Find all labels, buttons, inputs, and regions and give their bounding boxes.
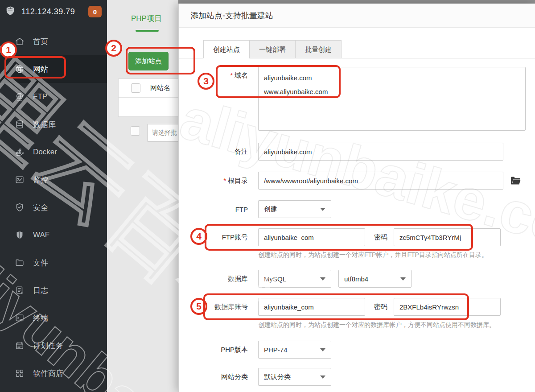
batch-select-checkbox[interactable] — [131, 126, 140, 136]
chevron-down-icon — [320, 277, 325, 281]
add-site-button[interactable]: 添加站点 — [128, 52, 169, 70]
ftp-row: FTP 创建 — [179, 200, 535, 218]
sidebar-item-label: 数据库 — [33, 120, 56, 130]
site-name-column-header: 网站名 — [150, 84, 170, 92]
db-password-label: 密码 — [374, 303, 387, 311]
php-version-row: PHP版本 PHP-74 — [179, 341, 535, 359]
select-all-checkbox[interactable] — [131, 83, 140, 93]
db-account-label: 数据库账号 — [179, 303, 248, 311]
database-row: 数据库 MySQL utf8mb4 — [179, 270, 535, 288]
required-mark: * — [230, 71, 233, 79]
folder-icon — [15, 258, 25, 268]
sidebar-item-files[interactable]: 文件 — [0, 249, 107, 276]
sidebar-item-label: FTP — [33, 92, 47, 101]
sidebar: 112.124.39.79 0 首页 网站 FTP 数据库 Docker 监控 — [0, 0, 107, 392]
sidebar-item-app-store[interactable]: 软件商店 — [0, 359, 107, 387]
note-row: 备注 — [179, 143, 535, 161]
chevron-down-icon — [320, 375, 325, 379]
browse-folder-icon[interactable] — [510, 176, 521, 185]
globe-icon — [15, 64, 25, 74]
tab-php-project[interactable]: PHP项目 — [131, 13, 162, 24]
php-version-select[interactable]: PHP-74 — [258, 341, 331, 359]
batch-action-select-value: 请选择批 — [152, 129, 177, 137]
log-icon — [15, 285, 25, 295]
sidebar-item-security[interactable]: 安全 — [0, 194, 107, 221]
chevron-down-icon — [320, 348, 325, 351]
server-ip: 112.124.39.79 — [21, 7, 75, 17]
ftp-label: FTP — [179, 206, 248, 213]
sidebar-item-label: 终端 — [33, 313, 48, 323]
chevron-down-icon — [400, 277, 406, 281]
panel-shield-icon — [5, 6, 17, 17]
sidebar-item-logs[interactable]: 日志 — [0, 276, 107, 304]
ftp-account-input[interactable] — [258, 228, 365, 246]
note-input[interactable] — [258, 143, 503, 161]
shield-check-icon — [15, 202, 25, 212]
sidebar-item-label: 文件 — [33, 258, 48, 268]
required-mark: * — [223, 177, 226, 184]
sidebar-menu: 首页 网站 FTP 数据库 Docker 监控 安全 WAF — [0, 28, 107, 387]
monitor-icon — [15, 175, 25, 185]
domain-label: *域名 — [179, 67, 248, 80]
dimmed-page-strip — [178, 0, 535, 4]
domain-textarea[interactable]: aliyunbaike.com www.aliyunbaike.com — [258, 67, 526, 131]
terminal-icon — [15, 313, 25, 323]
sidebar-item-terminal[interactable]: 终端 — [0, 304, 107, 332]
ftp-password-label: 密码 — [374, 233, 387, 242]
root-dir-row: *根目录 — [179, 172, 535, 190]
tab-batch-create[interactable]: 批量创建 — [295, 40, 342, 58]
tab-one-click-deploy[interactable]: 一键部署 — [249, 40, 296, 58]
database-icon — [15, 120, 25, 129]
sidebar-item-label: 计划任务 — [33, 341, 63, 351]
db-account-row: 数据库账号 密码 — [179, 298, 535, 316]
ftp-account-label: FTP账号 — [179, 233, 248, 242]
sidebar-item-label: Docker — [33, 148, 57, 157]
notice-count-badge[interactable]: 0 — [88, 6, 102, 17]
modal-title: 添加站点-支持批量建站 — [179, 4, 535, 28]
root-dir-label: *根目录 — [179, 177, 248, 185]
php-version-value: PHP-74 — [264, 346, 288, 354]
calendar-icon — [15, 341, 25, 351]
ftp-select-value: 创建 — [264, 205, 277, 214]
sidebar-item-waf[interactable]: WAF — [0, 221, 107, 249]
docker-icon — [15, 147, 25, 157]
add-site-modal: 添加站点-支持批量建站 创建站点 一键部署 批量创建 *域名 aliyunbai… — [178, 4, 535, 392]
database-label: 数据库 — [179, 275, 248, 283]
note-label: 备注 — [179, 148, 248, 156]
sidebar-item-ftp[interactable]: FTP — [0, 83, 107, 111]
modal-body: 创建站点 一键部署 批量创建 *域名 aliyunbaike.com www.a… — [179, 28, 535, 392]
sidebar-item-label: 网站 — [33, 64, 48, 74]
root-dir-input[interactable] — [258, 172, 503, 190]
site-category-select[interactable]: 默认分类 — [258, 368, 331, 386]
database-charset-select[interactable]: utf8mb4 — [338, 270, 412, 288]
tab-create-site[interactable]: 创建站点 — [203, 40, 250, 58]
php-version-label: PHP版本 — [179, 346, 248, 354]
server-header: 112.124.39.79 0 — [0, 0, 107, 23]
modal-tabstrip: 创建站点 一键部署 批量创建 — [179, 40, 535, 58]
sidebar-item-docker[interactable]: Docker — [0, 138, 107, 166]
sidebar-item-monitor[interactable]: 监控 — [0, 166, 107, 194]
sidebar-item-home[interactable]: 首页 — [0, 28, 107, 55]
ftp-select[interactable]: 创建 — [258, 200, 331, 218]
sidebar-item-label: 日志 — [33, 285, 48, 296]
database-type-value: MySQL — [264, 275, 286, 283]
database-type-select[interactable]: MySQL — [258, 270, 331, 288]
sidebar-item-label: 安全 — [33, 202, 48, 213]
shield-filled-icon — [15, 230, 25, 240]
domain-row: *域名 aliyunbaike.com www.aliyunbaike.com — [179, 67, 535, 131]
app-store-icon — [15, 368, 25, 378]
db-password-input[interactable] — [394, 298, 501, 316]
db-account-input[interactable] — [258, 298, 365, 316]
ftp-icon — [15, 92, 25, 102]
sidebar-item-cron[interactable]: 计划任务 — [0, 332, 107, 359]
sidebar-item-website[interactable]: 网站 — [0, 55, 107, 83]
tab-active-underline — [136, 30, 159, 32]
ftp-password-input[interactable] — [394, 228, 501, 246]
ftp-account-row: FTP账号 密码 — [179, 228, 535, 246]
sidebar-item-label: 软件商店 — [33, 368, 63, 379]
sidebar-item-database[interactable]: 数据库 — [0, 111, 107, 138]
sidebar-item-label: 监控 — [33, 175, 48, 185]
chevron-down-icon — [320, 208, 325, 211]
ftp-helper-text: 创建站点的同时，为站点创建一个对应FTP帐户，并且FTP目录指向站点所在目录。 — [258, 251, 488, 259]
sidebar-item-label: WAF — [33, 231, 49, 239]
